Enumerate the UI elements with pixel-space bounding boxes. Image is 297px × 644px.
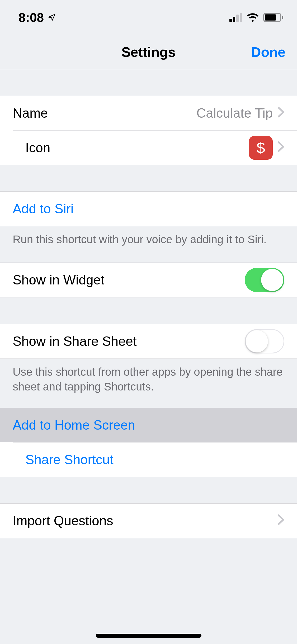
row-show-in-widget: Show in Widget bbox=[0, 263, 297, 297]
group-identity: Name Calculate Tip Icon $ bbox=[0, 96, 297, 165]
share-label: Share Shortcut bbox=[25, 452, 114, 467]
status-bar: 8:08 bbox=[0, 0, 297, 35]
page-title: Settings bbox=[121, 44, 176, 60]
svg-rect-2 bbox=[282, 16, 283, 19]
status-left: 8:08 bbox=[18, 10, 56, 25]
import-label: Import Questions bbox=[13, 513, 113, 528]
name-value: Calculate Tip bbox=[196, 105, 273, 121]
cellular-icon bbox=[229, 13, 242, 22]
group-siri: Add to Siri bbox=[0, 191, 297, 226]
nav-bar: Settings Done bbox=[0, 35, 297, 69]
done-button[interactable]: Done bbox=[251, 44, 285, 60]
svg-rect-1 bbox=[265, 14, 276, 20]
row-icon[interactable]: Icon $ bbox=[13, 130, 297, 165]
chevron-right-icon bbox=[277, 513, 284, 528]
icon-label: Icon bbox=[25, 140, 50, 155]
status-time: 8:08 bbox=[18, 10, 44, 25]
group-widget: Show in Widget bbox=[0, 263, 297, 297]
siri-footer: Run this shortcut with your voice by add… bbox=[0, 226, 297, 254]
chevron-right-icon bbox=[277, 105, 284, 121]
group-sharesheet: Show in Share Sheet bbox=[0, 324, 297, 359]
homescreen-label: Add to Home Screen bbox=[13, 417, 135, 433]
row-share-shortcut[interactable]: Share Shortcut bbox=[13, 442, 297, 477]
chevron-right-icon bbox=[277, 140, 284, 155]
row-name[interactable]: Name Calculate Tip bbox=[0, 96, 297, 130]
location-icon bbox=[48, 13, 56, 22]
battery-icon bbox=[263, 13, 284, 22]
name-label: Name bbox=[13, 105, 48, 121]
group-actions: Add to Home Screen Share Shortcut bbox=[0, 408, 297, 477]
add-to-siri-label: Add to Siri bbox=[13, 201, 74, 217]
row-add-to-siri[interactable]: Add to Siri bbox=[0, 192, 297, 226]
row-add-to-home-screen[interactable]: Add to Home Screen bbox=[0, 408, 297, 442]
dollar-icon: $ bbox=[257, 139, 265, 157]
wifi-icon bbox=[246, 13, 259, 22]
shortcut-icon: $ bbox=[249, 136, 273, 160]
home-indicator[interactable] bbox=[96, 634, 201, 638]
row-import-questions[interactable]: Import Questions bbox=[0, 504, 297, 538]
row-show-in-share-sheet: Show in Share Sheet bbox=[0, 324, 297, 358]
sharesheet-label: Show in Share Sheet bbox=[13, 334, 137, 349]
status-right bbox=[229, 13, 284, 22]
sharesheet-toggle[interactable] bbox=[245, 329, 284, 353]
sharesheet-footer: Use this shortcut from other apps by ope… bbox=[0, 359, 297, 401]
widget-toggle[interactable] bbox=[245, 268, 284, 292]
widget-label: Show in Widget bbox=[13, 272, 104, 288]
group-import: Import Questions bbox=[0, 503, 297, 538]
